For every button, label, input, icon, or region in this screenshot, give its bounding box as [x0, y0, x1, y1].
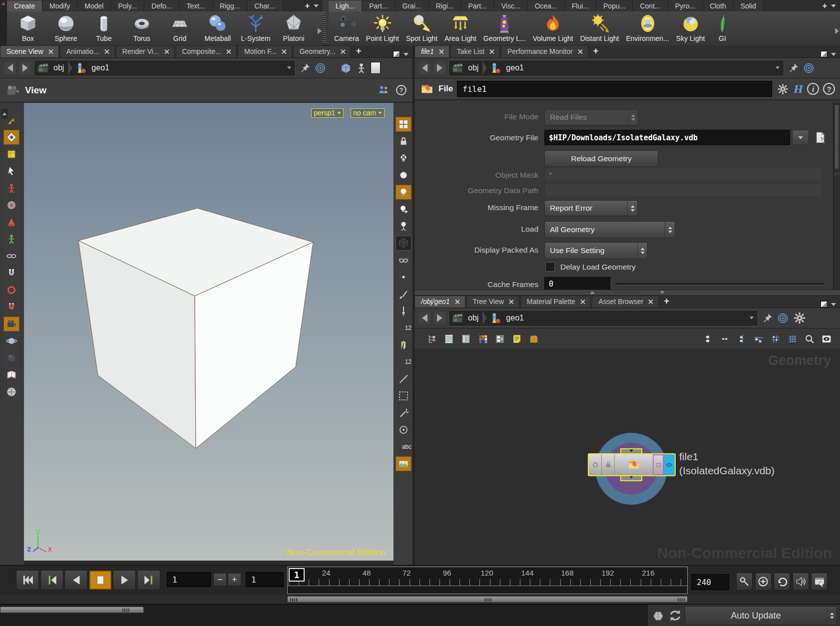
object-mask-field[interactable]: *: [544, 168, 823, 181]
display-flag[interactable]: [664, 454, 675, 475]
set-keyframe-button[interactable]: [736, 573, 753, 591]
close-tab-icon[interactable]: [226, 49, 231, 54]
point-size-badge[interactable]: 12: [396, 320, 412, 335]
pane-menu-icon[interactable]: [404, 53, 409, 56]
viewport-layout[interactable]: [396, 117, 412, 132]
new-tab-button[interactable]: +: [660, 296, 673, 308]
grid-display[interactable]: [785, 331, 801, 346]
snapshot[interactable]: [396, 456, 412, 471]
decrement-frame-button[interactable]: −: [213, 573, 227, 586]
close-tab-icon[interactable]: [577, 49, 583, 54]
shelf-tab[interactable]: Part...: [362, 0, 395, 11]
pane-tab[interactable]: Asset Browser: [592, 296, 659, 308]
point-light-tool[interactable]: Point Light: [363, 12, 403, 42]
new-tab-button[interactable]: +: [589, 46, 603, 57]
pane-tab[interactable]: Render Vi...: [116, 45, 175, 57]
playbar-options-button[interactable]: [811, 573, 828, 591]
cache-frames-field[interactable]: 0: [544, 277, 610, 290]
shelf-tab[interactable]: Create: [7, 0, 42, 11]
point-display[interactable]: [396, 270, 412, 285]
breadcrumb-obj[interactable]: obj: [51, 63, 66, 72]
shelf-tab[interactable]: Cloth: [703, 0, 734, 11]
breadcrumb-obj[interactable]: obj: [466, 313, 480, 322]
shelf-tab[interactable]: Solid: [734, 0, 764, 11]
geometry-data-path-field[interactable]: [544, 183, 823, 197]
node-output-connector[interactable]: [620, 476, 642, 481]
close-tab-icon[interactable]: [164, 49, 169, 54]
close-tab-icon[interactable]: [48, 49, 53, 54]
undo-button[interactable]: [774, 573, 790, 591]
sky-light-tool[interactable]: Sky Light: [673, 12, 709, 42]
playback-range-slider[interactable]: [287, 596, 688, 603]
pane-layout-icon[interactable]: [821, 51, 828, 57]
end-frame-field[interactable]: 240: [691, 574, 729, 590]
lights-off[interactable]: [396, 151, 412, 166]
dark-sphere-tool[interactable]: [3, 350, 19, 365]
pane-layout-icon[interactable]: [821, 301, 828, 308]
ring-tool[interactable]: [3, 283, 19, 298]
shelf-overflow-icon[interactable]: [318, 28, 322, 34]
high-quality-lighting[interactable]: [396, 202, 412, 217]
shelf-tab[interactable]: Rigi...: [429, 0, 461, 11]
close-tab-icon[interactable]: [281, 49, 287, 54]
close-tab-icon[interactable]: [489, 49, 494, 54]
cache-frames-slider[interactable]: [615, 283, 824, 285]
shelf-add-icon[interactable]: +: [305, 1, 310, 10]
normal-lighting[interactable]: [396, 185, 412, 200]
link-editor-icon[interactable]: [777, 312, 789, 324]
magnet-red-tool[interactable]: [3, 300, 19, 314]
breadcrumb-geo1[interactable]: geo1: [504, 313, 526, 322]
area-light-tool[interactable]: Area Light: [441, 12, 480, 42]
increment-frame-button[interactable]: +: [228, 573, 241, 586]
pane-tab[interactable]: Scene View: [0, 45, 59, 57]
geometry-mode-tool[interactable]: [3, 147, 19, 162]
headlight-only[interactable]: [396, 168, 412, 183]
current-frame-marker[interactable]: 1: [289, 568, 305, 582]
load-dropdown[interactable]: All Geometry: [544, 221, 675, 238]
close-tab-icon[interactable]: [454, 299, 460, 305]
gear-icon[interactable]: [776, 82, 790, 96]
start-frame-field[interactable]: 1: [246, 572, 284, 587]
shelf-tab[interactable]: Cont...: [633, 0, 668, 11]
box-tool[interactable]: Box: [9, 12, 47, 42]
sprite-size-badge[interactable]: 12: [396, 354, 412, 369]
link-editor-icon[interactable]: [314, 62, 327, 74]
audio-button[interactable]: [793, 573, 809, 591]
forward-button[interactable]: [433, 62, 445, 74]
lighting-stand[interactable]: [396, 219, 412, 234]
wand-display[interactable]: [396, 405, 412, 420]
film-tool[interactable]: [3, 384, 19, 399]
shelf-tab[interactable]: Flui...: [565, 0, 596, 11]
lock-flag[interactable]: [602, 454, 615, 475]
gear-icon[interactable]: [792, 311, 807, 325]
cone-handle-tool[interactable]: [3, 215, 19, 230]
color-palette[interactable]: [475, 331, 491, 346]
glove-display[interactable]: [396, 337, 412, 352]
pose-tool[interactable]: [3, 181, 19, 196]
shelf-tab[interactable]: Grai...: [396, 0, 429, 11]
file-history-dropdown[interactable]: [792, 130, 809, 145]
brush-display[interactable]: [396, 287, 412, 302]
breadcrumb-obj[interactable]: obj: [466, 63, 480, 72]
path-dropdown-icon[interactable]: [750, 316, 754, 319]
shelf-tab[interactable]: Poly...: [111, 0, 144, 11]
recook-icon[interactable]: [668, 608, 683, 623]
template-flag[interactable]: [653, 454, 664, 475]
camera-tool[interactable]: Camera: [331, 12, 363, 42]
reload-geometry-button[interactable]: Reload Geometry: [544, 150, 658, 167]
current-frame-field[interactable]: 1: [167, 572, 211, 587]
pin-display[interactable]: [396, 304, 412, 318]
horizontal-splitter[interactable]: [415, 290, 840, 296]
snap-vertical[interactable]: [734, 331, 750, 346]
pane-expand-arrow[interactable]: [1, 109, 8, 119]
pane-tab[interactable]: Composite...: [176, 45, 237, 57]
display-plane-icon[interactable]: [371, 62, 381, 74]
node-file-label[interactable]: (IsolatedGalaxy.vdb): [679, 465, 775, 477]
shelf-tab[interactable]: Visc...: [494, 0, 528, 11]
pane-tab[interactable]: Material Palette: [520, 296, 591, 308]
pin-pane-icon[interactable]: [787, 62, 800, 74]
geometry-light-tool[interactable]: Geometry L...: [480, 12, 529, 42]
layout-display[interactable]: [492, 331, 508, 346]
go-to-end-button[interactable]: [137, 570, 160, 590]
chain-tool[interactable]: [3, 249, 19, 264]
